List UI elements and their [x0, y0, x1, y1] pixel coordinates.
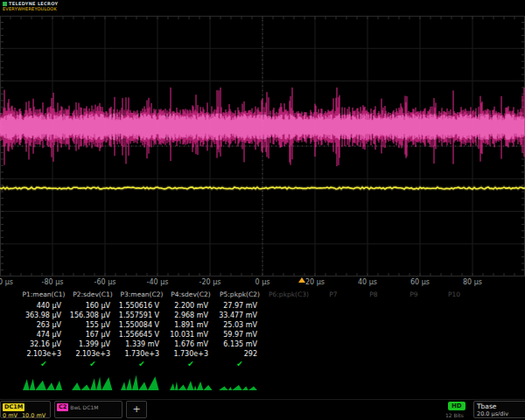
- logo-tagline: EVERYWHEREYOULOOK: [3, 7, 59, 12]
- measure-header-p4[interactable]: P4:sdev(C2): [166, 289, 215, 301]
- c2-label-chip: C2: [57, 403, 68, 411]
- measure-cell: [264, 349, 313, 359]
- measure-histicon-p10: [434, 370, 474, 393]
- measure-status-check: [394, 359, 434, 370]
- measure-cell: 1.557591 V: [117, 311, 166, 320]
- measure-row-mean: 363.98 µV156.308 µV1.557591 V2.968 mV33.…: [0, 311, 525, 320]
- measure-histicon-p3[interactable]: [117, 370, 166, 393]
- measure-histicon-p7: [313, 370, 354, 393]
- measure-header-p8[interactable]: P8: [354, 289, 394, 301]
- waveform-display[interactable]: TELEDYNE LECROY EVERYWHEREYOULOOK: [0, 0, 525, 289]
- measure-cell: [434, 311, 474, 320]
- measure-header-p9[interactable]: P9: [394, 289, 434, 301]
- measure-cell: 160 µV: [68, 301, 117, 311]
- measure-status-row: ✔✔✔✔✔: [0, 359, 525, 370]
- time-axis-label: -100 µs: [0, 278, 13, 286]
- measure-cell: [354, 349, 394, 359]
- measure-cell: [354, 340, 394, 349]
- time-axis-label: -40 µs: [147, 278, 169, 286]
- measure-status-check: ✔: [117, 359, 166, 370]
- measure-row-num: 2.103e+32.103e+31.730e+31.730e+3292: [0, 349, 525, 359]
- measure-header-p2[interactable]: P2:sdev(C1): [68, 289, 117, 301]
- measure-header-row: P1:mean(C1)P2:sdev(C1)P3:mean(C2)P4:sdev…: [0, 289, 525, 301]
- measure-cell: 1.550084 V: [117, 320, 166, 330]
- timebase-scale: 20.0 µs/div: [477, 410, 525, 417]
- measure-histicons-row: [0, 370, 525, 393]
- measure-histicon-p2[interactable]: [68, 370, 117, 393]
- measure-row-max: 474 µV167 µV1.556645 V10.031 mV59.97 mV: [0, 330, 525, 340]
- measure-cell: 1.730e+3: [117, 349, 166, 359]
- measure-cell: 474 µV: [19, 330, 68, 340]
- timebase-descriptor[interactable]: Tbase 20.0 µs/div: [473, 401, 525, 418]
- measure-cell: [313, 311, 354, 320]
- hd-mode-badge: HD: [448, 402, 466, 410]
- measure-header-p1[interactable]: P1:mean(C1): [19, 289, 68, 301]
- measure-cell: [313, 320, 354, 330]
- measure-cell: [354, 301, 394, 311]
- measure-histicon-p9: [394, 370, 434, 393]
- brand-logo: TELEDYNE LECROY EVERYWHEREYOULOOK: [3, 2, 59, 11]
- bottom-bar: DC1M 0 mV 10.0 mV C2 BwL DC1M + HD 12 Bi…: [0, 399, 525, 420]
- measure-status-check: ✔: [68, 359, 117, 370]
- measure-status-check: ✔: [166, 359, 215, 370]
- measure-cell: [313, 340, 354, 349]
- measure-cell: [394, 301, 434, 311]
- measure-status-check: ✔: [215, 359, 264, 370]
- time-axis-label: 0 µs: [256, 278, 270, 286]
- measure-cell: [394, 311, 434, 320]
- measure-status-check: [264, 359, 313, 370]
- measure-cell: 1.556645 V: [117, 330, 166, 340]
- measure-cell: [434, 340, 474, 349]
- measure-cell: [264, 340, 313, 349]
- measure-cell: 292: [215, 349, 264, 359]
- time-axis-label: 60 µs: [410, 278, 430, 286]
- measure-rows: 440 µV160 µV1.550616 V2.200 mV27.97 mV36…: [0, 301, 525, 359]
- measure-header-p3[interactable]: P3:mean(C2): [117, 289, 166, 301]
- measure-histicon-p4[interactable]: [166, 370, 215, 393]
- measurement-table: P1:mean(C1)P2:sdev(C1)P3:mean(C2)P4:sdev…: [0, 289, 525, 393]
- measure-histicon-p1[interactable]: [19, 370, 68, 393]
- measure-cell: 2.103e+3: [19, 349, 68, 359]
- measure-cell: 155 µV: [68, 320, 117, 330]
- measure-cell: 2.200 mV: [166, 301, 215, 311]
- channel-descriptor-c2[interactable]: C2 BwL DC1M: [54, 401, 122, 418]
- measure-cell: [313, 301, 354, 311]
- measure-header-p10[interactable]: P10: [434, 289, 474, 301]
- measure-cell: 156.308 µV: [68, 311, 117, 320]
- c1-scale: 10.0 mV: [22, 412, 46, 418]
- measure-header-p6[interactable]: P6:pkpk(C3): [264, 289, 313, 301]
- measure-cell: 167 µV: [68, 330, 117, 340]
- trigger-position-marker-icon[interactable]: [298, 277, 305, 283]
- time-axis-label: -60 µs: [94, 278, 116, 286]
- measure-histicon-p8: [354, 370, 394, 393]
- measure-cell: [394, 320, 434, 330]
- measure-cell: 25.03 mV: [215, 320, 264, 330]
- c1-coupling-chip: DC1M: [3, 403, 24, 411]
- c1-offset: 0 mV: [3, 412, 18, 418]
- measure-cell: [434, 330, 474, 340]
- measure-cell: [264, 320, 313, 330]
- measure-histicon-p5[interactable]: [215, 370, 264, 393]
- add-trace-button[interactable]: +: [126, 401, 147, 418]
- measure-cell: [354, 330, 394, 340]
- measure-row-value: 440 µV160 µV1.550616 V2.200 mV27.97 mV: [0, 301, 525, 311]
- time-axis-label: 40 µs: [358, 278, 377, 286]
- measure-cell: 1.550616 V: [117, 301, 166, 311]
- measure-cell: 2.968 mV: [166, 311, 215, 320]
- measure-cell: 6.135 mV: [215, 340, 264, 349]
- c2-coupling: BwL DC1M: [70, 404, 98, 410]
- measure-header-p7[interactable]: P7: [313, 289, 354, 301]
- channel-descriptor-c1[interactable]: DC1M 0 mV 10.0 mV: [0, 401, 51, 418]
- timebase-label: Tbase: [477, 402, 525, 410]
- time-axis-label: -80 µs: [42, 278, 64, 286]
- oscilloscope-screen: TELEDYNE LECROY EVERYWHEREYOULOOK -100 µ…: [0, 0, 525, 420]
- measure-header-p5[interactable]: P5:pkpk(C2): [215, 289, 264, 301]
- measure-cell: 2.103e+3: [68, 349, 117, 359]
- measure-status-check: ✔: [19, 359, 68, 370]
- measure-cell: [354, 311, 394, 320]
- measure-cell: [313, 330, 354, 340]
- measure-cell: 1.730e+3: [166, 349, 215, 359]
- time-axis-label: 80 µs: [463, 278, 482, 286]
- measure-cell: [394, 349, 434, 359]
- measure-cell: [264, 330, 313, 340]
